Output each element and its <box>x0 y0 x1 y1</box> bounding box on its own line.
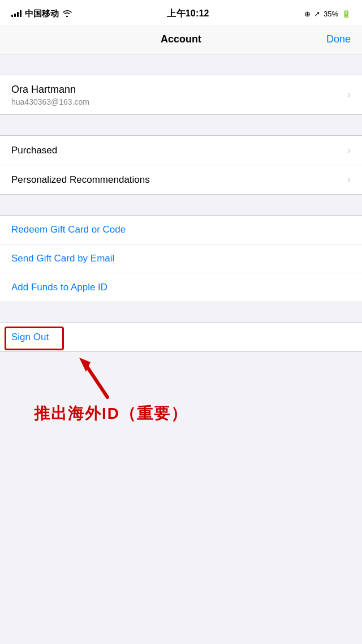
direction-icon: ↗ <box>314 10 320 18</box>
account-row[interactable]: Ora Hartmann hua430363@163.com › <box>0 75 362 114</box>
menu-section-1: Purchased › Personalized Recommendations… <box>0 135 362 195</box>
account-section: Ora Hartmann hua430363@163.com › <box>0 75 362 115</box>
status-left: 中国移动 <box>11 8 72 19</box>
add-funds-row[interactable]: Add Funds to Apple ID <box>0 273 362 302</box>
purchased-label: Purchased <box>11 145 57 156</box>
svg-line-0 <box>85 363 107 397</box>
account-email: hua430363@163.com <box>11 97 89 106</box>
annotation-arrow-icon <box>74 352 119 403</box>
purchased-chevron-icon: › <box>347 144 351 156</box>
personalized-label: Personalized Recommendations <box>11 174 150 186</box>
nav-bar: Account Done <box>0 25 362 54</box>
section-gap-1 <box>0 54 362 75</box>
account-info: Ora Hartmann hua430363@163.com <box>11 83 89 106</box>
personalized-chevron-icon: › <box>347 174 351 186</box>
sign-out-section[interactable]: Sign Out <box>0 323 362 352</box>
status-time: 上午10:12 <box>167 8 209 20</box>
battery-label: 35% <box>324 10 338 18</box>
account-name: Ora Hartmann <box>11 83 89 96</box>
send-gift-label: Send Gift Card by Email <box>11 253 114 264</box>
sign-out-highlight-box <box>5 327 64 350</box>
account-chevron-icon: › <box>347 89 351 101</box>
section-gap-4 <box>0 302 362 323</box>
redeem-label: Redeem Gift Card or Code <box>11 224 126 235</box>
status-bar: 中国移动 上午10:12 ⊕ ↗ 35% 🔋 <box>0 0 362 25</box>
carrier-label: 中国移动 <box>25 8 59 19</box>
personalized-recommendations-row[interactable]: Personalized Recommendations › <box>0 165 362 194</box>
redeem-row[interactable]: Redeem Gift Card or Code <box>0 216 362 244</box>
wifi-icon <box>62 9 72 19</box>
menu-section-2: Redeem Gift Card or Code Send Gift Card … <box>0 215 362 302</box>
done-button[interactable]: Done <box>326 33 351 45</box>
signal-icon <box>11 10 21 17</box>
section-gap-3 <box>0 195 362 215</box>
section-gap-2 <box>0 115 362 135</box>
purchased-row[interactable]: Purchased › <box>0 136 362 165</box>
annotation-area: 推出海外ID（重要） <box>0 352 362 443</box>
location-icon: ⊕ <box>304 10 311 18</box>
page-title: Account <box>161 33 201 45</box>
send-gift-row[interactable]: Send Gift Card by Email <box>0 244 362 273</box>
add-funds-label: Add Funds to Apple ID <box>11 282 107 293</box>
battery-icon: 🔋 <box>342 10 351 18</box>
annotation-text: 推出海外ID（重要） <box>34 403 188 424</box>
status-right: ⊕ ↗ 35% 🔋 <box>304 10 351 18</box>
